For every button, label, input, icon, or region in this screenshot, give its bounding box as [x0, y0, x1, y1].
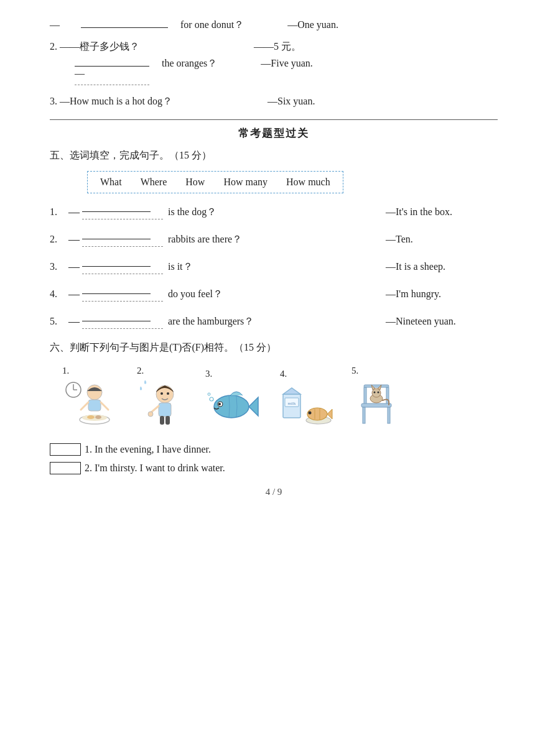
- img-chair: [351, 379, 401, 428]
- fill-q-5: are the hamburgers？: [168, 315, 361, 328]
- item1-answer: —One yuan.: [287, 19, 338, 30]
- svg-rect-18: [165, 416, 170, 425]
- word-box: What Where How How many How much: [87, 171, 343, 193]
- paren-2: [50, 462, 81, 474]
- fill-num-2: 2.: [50, 234, 68, 245]
- img-num-3: 3.: [205, 369, 212, 379]
- svg-point-8: [82, 415, 107, 421]
- item3-row: 3. —How much is a hot dog？ —Six yuan.: [50, 95, 498, 108]
- fill-num-3: 3.: [50, 261, 68, 272]
- word-where: Where: [141, 177, 167, 188]
- img-item-3: 3.: [205, 369, 261, 428]
- svg-point-40: [372, 389, 381, 397]
- svg-point-43: [374, 392, 376, 394]
- svg-point-10: [95, 415, 101, 419]
- sentence-text-2: 2. I'm thirsty. I want to drink water.: [85, 463, 225, 474]
- svg-point-13: [167, 392, 169, 395]
- fill-a-1: —It's in the box.: [386, 206, 498, 218]
- img-fish: [205, 382, 261, 428]
- fill-num-1: 1.: [50, 206, 68, 218]
- item2-english-a: —Five yuan.: [261, 58, 313, 69]
- word-how-much: How much: [286, 177, 330, 188]
- img-num-2: 2.: [137, 366, 144, 376]
- svg-rect-34: [364, 387, 366, 405]
- svg-marker-25: [283, 388, 300, 394]
- svg-text:milk: milk: [288, 401, 296, 406]
- images-row: 1.: [62, 366, 498, 428]
- section5: 五、选词填空，完成句子。（15 分） What Where How How ma…: [50, 149, 498, 329]
- item1-row: — for one donut？ —One yuan.: [50, 19, 498, 32]
- sentence-text-1: 1. In the evening, I have dinner.: [85, 444, 211, 455]
- section5-header: 五、选词填空，完成句子。（15 分）: [50, 149, 498, 162]
- fill-top-line-2: [82, 232, 151, 239]
- sentence-item-1: 1. In the evening, I have dinner.: [50, 443, 498, 456]
- fill-item-3: 3. — is it？ —It is a sheep.: [50, 259, 498, 274]
- fill-a-5: —Nineteen yuan.: [386, 316, 498, 327]
- item2-chinese: 2. ——橙子多少钱？: [50, 41, 139, 52]
- img-milk-fish: milk: [280, 382, 333, 428]
- fill-bottom-line-2: [82, 239, 163, 247]
- fill-num-4: 4.: [50, 288, 68, 300]
- fill-item-5: 5. — are the hamburgers？ —Nineteen yuan.: [50, 314, 498, 329]
- item2-chinese-row: 2. ——橙子多少钱？ ——5 元。: [50, 40, 498, 53]
- img-num-1: 1.: [62, 366, 69, 376]
- img-dinner: [62, 379, 118, 428]
- fill-bottom-line-1: [82, 212, 163, 219]
- section6-header: 六、判断下列句子与图片是(T)否(F)相符。（15 分）: [50, 341, 498, 354]
- word-how: How: [185, 177, 205, 188]
- fill-bottom-line-3: [82, 267, 163, 274]
- fill-item-1: 1. — is the dog？ —It's in the box.: [50, 205, 498, 219]
- img-thirsty: [137, 379, 187, 428]
- svg-point-30: [309, 412, 312, 415]
- fill-top-line-1: [82, 205, 151, 212]
- item2-english-row: — the oranges？ —Five yuan.: [75, 57, 498, 86]
- fill-bottom-line-4: [82, 294, 163, 302]
- item1-question: for one donut？: [180, 19, 244, 32]
- page-number: 4 / 9: [50, 487, 498, 497]
- svg-rect-36: [361, 403, 391, 407]
- fill-q-3: is it？: [168, 260, 361, 274]
- svg-rect-17: [160, 416, 164, 425]
- svg-point-11: [156, 385, 174, 403]
- img-item-4: 4. milk: [280, 369, 333, 428]
- item2-chinese-answer: ——5 元。: [254, 41, 301, 52]
- fill-a-4: —I'm hungry.: [386, 288, 498, 300]
- fill-top-line-4: [82, 287, 151, 294]
- fill-bottom-line-5: [82, 321, 163, 329]
- svg-point-9: [87, 415, 95, 419]
- item2-english-q: the oranges？: [162, 57, 217, 70]
- fill-q-2: rabbits are there？: [168, 233, 361, 246]
- svg-rect-4: [88, 400, 101, 411]
- item1-blank: [81, 27, 168, 28]
- fill-q-1: is the dog？: [168, 206, 361, 219]
- img-num-5: 5.: [351, 366, 358, 376]
- svg-point-23: [208, 393, 210, 395]
- svg-point-44: [378, 392, 379, 394]
- fill-top-line-5: [82, 314, 151, 321]
- fill-item-2: 2. — rabbits are there？ —Ten.: [50, 232, 498, 247]
- svg-point-21: [218, 403, 221, 405]
- divider: [50, 119, 498, 120]
- word-how-many: How many: [223, 177, 268, 188]
- sentence-item-2: 2. I'm thirsty. I want to drink water.: [50, 462, 498, 474]
- svg-line-6: [101, 402, 108, 410]
- svg-point-22: [210, 397, 213, 401]
- svg-rect-33: [364, 385, 389, 387]
- img-item-5: 5.: [351, 366, 401, 428]
- svg-point-3: [87, 385, 102, 400]
- fill-top-line-3: [82, 259, 151, 267]
- fill-q-4: do you feel？: [168, 288, 361, 301]
- item3-question: 3. —How much is a hot dog？: [50, 95, 212, 108]
- fill-a-2: —Ten.: [386, 234, 498, 245]
- top-section: — for one donut？ —One yuan. 2. ——橙子多少钱？ …: [50, 19, 498, 108]
- section-title: 常考题型过关: [50, 126, 498, 141]
- fill-a-3: —It is a sheep.: [386, 261, 498, 272]
- paren-1: [50, 443, 81, 456]
- svg-point-16: [148, 412, 153, 417]
- item1-dash: —: [50, 19, 75, 30]
- fill-item-4: 4. — do you feel？ —I'm hungry.: [50, 287, 498, 302]
- svg-line-5: [81, 402, 88, 410]
- item3-answer: —Six yuan.: [268, 96, 315, 107]
- img-num-4: 4.: [280, 369, 287, 379]
- img-item-1: 1.: [62, 366, 118, 428]
